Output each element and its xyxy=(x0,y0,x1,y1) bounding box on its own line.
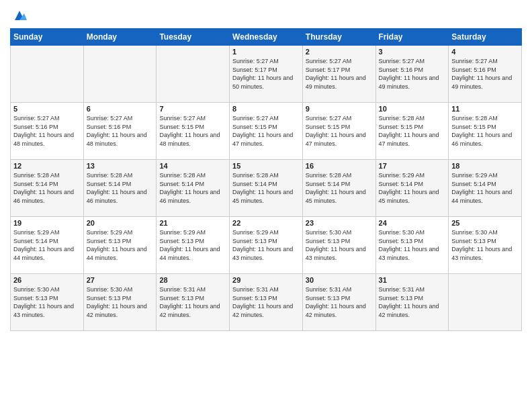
day-number: 2 xyxy=(306,48,373,56)
day-number: 29 xyxy=(232,276,300,284)
cell-info: Sunrise: 5:30 AM Sunset: 5:13 PM Dayligh… xyxy=(87,285,154,319)
calendar-cell: 5Sunrise: 5:27 AM Sunset: 5:16 PM Daylig… xyxy=(11,103,84,160)
cell-info: Sunrise: 5:30 AM Sunset: 5:13 PM Dayligh… xyxy=(379,228,446,262)
cell-info: Sunrise: 5:29 AM Sunset: 5:14 PM Dayligh… xyxy=(451,171,519,205)
calendar-cell: 14Sunrise: 5:28 AM Sunset: 5:14 PM Dayli… xyxy=(157,160,230,217)
header-cell-wednesday: Wednesday xyxy=(230,29,303,46)
calendar-table: SundayMondayTuesdayWednesdayThursdayFrid… xyxy=(10,28,522,331)
day-number: 28 xyxy=(159,276,226,284)
cell-info: Sunrise: 5:29 AM Sunset: 5:13 PM Dayligh… xyxy=(232,228,300,262)
calendar-cell: 30Sunrise: 5:31 AM Sunset: 5:13 PM Dayli… xyxy=(302,274,375,331)
calendar-cell: 26Sunrise: 5:30 AM Sunset: 5:13 PM Dayli… xyxy=(11,274,84,331)
day-number: 1 xyxy=(232,48,300,56)
header-row: SundayMondayTuesdayWednesdayThursdayFrid… xyxy=(11,29,522,46)
day-number: 8 xyxy=(232,105,300,113)
calendar-cell: 10Sunrise: 5:28 AM Sunset: 5:15 PM Dayli… xyxy=(375,103,449,160)
header-cell-monday: Monday xyxy=(83,29,157,46)
calendar-cell: 8Sunrise: 5:27 AM Sunset: 5:15 PM Daylig… xyxy=(230,103,303,160)
day-number: 26 xyxy=(13,276,81,284)
day-number: 4 xyxy=(451,48,519,56)
day-number: 24 xyxy=(379,219,446,227)
day-number: 10 xyxy=(379,105,446,113)
header xyxy=(10,7,522,23)
calendar-cell: 11Sunrise: 5:28 AM Sunset: 5:15 PM Dayli… xyxy=(449,103,522,160)
calendar-cell: 24Sunrise: 5:30 AM Sunset: 5:13 PM Dayli… xyxy=(375,217,449,274)
header-cell-friday: Friday xyxy=(375,29,449,46)
cell-info: Sunrise: 5:29 AM Sunset: 5:13 PM Dayligh… xyxy=(87,228,154,262)
cell-info: Sunrise: 5:27 AM Sunset: 5:17 PM Dayligh… xyxy=(306,57,373,91)
day-number: 15 xyxy=(232,162,300,170)
cell-info: Sunrise: 5:31 AM Sunset: 5:13 PM Dayligh… xyxy=(306,285,373,319)
calendar-cell: 4Sunrise: 5:27 AM Sunset: 5:16 PM Daylig… xyxy=(449,46,522,103)
calendar-cell: 13Sunrise: 5:28 AM Sunset: 5:14 PM Dayli… xyxy=(83,160,157,217)
calendar-cell: 21Sunrise: 5:29 AM Sunset: 5:13 PM Dayli… xyxy=(157,217,230,274)
cell-info: Sunrise: 5:28 AM Sunset: 5:15 PM Dayligh… xyxy=(451,114,519,148)
calendar-cell: 3Sunrise: 5:27 AM Sunset: 5:16 PM Daylig… xyxy=(375,46,449,103)
cell-info: Sunrise: 5:30 AM Sunset: 5:13 PM Dayligh… xyxy=(13,285,81,319)
calendar-cell: 15Sunrise: 5:28 AM Sunset: 5:14 PM Dayli… xyxy=(230,160,303,217)
calendar-week-row: 19Sunrise: 5:29 AM Sunset: 5:14 PM Dayli… xyxy=(11,217,522,274)
cell-info: Sunrise: 5:30 AM Sunset: 5:13 PM Dayligh… xyxy=(306,228,373,262)
cell-info: Sunrise: 5:27 AM Sunset: 5:15 PM Dayligh… xyxy=(232,114,300,148)
day-number: 18 xyxy=(451,162,519,170)
calendar-cell: 7Sunrise: 5:27 AM Sunset: 5:15 PM Daylig… xyxy=(157,103,230,160)
calendar-cell: 17Sunrise: 5:29 AM Sunset: 5:14 PM Dayli… xyxy=(375,160,449,217)
cell-info: Sunrise: 5:31 AM Sunset: 5:13 PM Dayligh… xyxy=(232,285,300,319)
day-number: 13 xyxy=(87,162,154,170)
cell-info: Sunrise: 5:28 AM Sunset: 5:14 PM Dayligh… xyxy=(232,171,300,205)
day-number: 14 xyxy=(159,162,226,170)
cell-info: Sunrise: 5:28 AM Sunset: 5:14 PM Dayligh… xyxy=(159,171,226,205)
calendar-cell: 1Sunrise: 5:27 AM Sunset: 5:17 PM Daylig… xyxy=(230,46,303,103)
calendar-cell: 18Sunrise: 5:29 AM Sunset: 5:14 PM Dayli… xyxy=(449,160,522,217)
cell-info: Sunrise: 5:29 AM Sunset: 5:13 PM Dayligh… xyxy=(159,228,226,262)
cell-info: Sunrise: 5:31 AM Sunset: 5:13 PM Dayligh… xyxy=(379,285,446,319)
calendar-cell: 27Sunrise: 5:30 AM Sunset: 5:13 PM Dayli… xyxy=(83,274,157,331)
cell-info: Sunrise: 5:27 AM Sunset: 5:16 PM Dayligh… xyxy=(87,114,154,148)
cell-info: Sunrise: 5:27 AM Sunset: 5:16 PM Dayligh… xyxy=(13,114,81,148)
cell-info: Sunrise: 5:29 AM Sunset: 5:14 PM Dayligh… xyxy=(13,228,81,262)
calendar-cell xyxy=(11,46,84,103)
calendar-cell: 29Sunrise: 5:31 AM Sunset: 5:13 PM Dayli… xyxy=(230,274,303,331)
day-number: 7 xyxy=(159,105,226,113)
day-number: 22 xyxy=(232,219,300,227)
day-number: 20 xyxy=(87,219,154,227)
logo-icon xyxy=(12,8,27,23)
day-number: 5 xyxy=(13,105,81,113)
cell-info: Sunrise: 5:29 AM Sunset: 5:14 PM Dayligh… xyxy=(379,171,446,205)
day-number: 12 xyxy=(13,162,81,170)
calendar-cell: 20Sunrise: 5:29 AM Sunset: 5:13 PM Dayli… xyxy=(83,217,157,274)
cell-info: Sunrise: 5:27 AM Sunset: 5:16 PM Dayligh… xyxy=(451,57,519,91)
day-number: 31 xyxy=(379,276,446,284)
day-number: 16 xyxy=(306,162,373,170)
day-number: 19 xyxy=(13,219,81,227)
day-number: 11 xyxy=(451,105,519,113)
calendar-cell: 12Sunrise: 5:28 AM Sunset: 5:14 PM Dayli… xyxy=(11,160,84,217)
day-number: 23 xyxy=(306,219,373,227)
cell-info: Sunrise: 5:28 AM Sunset: 5:15 PM Dayligh… xyxy=(379,114,446,148)
day-number: 17 xyxy=(379,162,446,170)
cell-info: Sunrise: 5:27 AM Sunset: 5:16 PM Dayligh… xyxy=(379,57,446,91)
calendar-cell: 28Sunrise: 5:31 AM Sunset: 5:13 PM Dayli… xyxy=(157,274,230,331)
cell-info: Sunrise: 5:30 AM Sunset: 5:13 PM Dayligh… xyxy=(451,228,519,262)
day-number: 6 xyxy=(87,105,154,113)
calendar-cell xyxy=(83,46,157,103)
calendar-week-row: 12Sunrise: 5:28 AM Sunset: 5:14 PM Dayli… xyxy=(11,160,522,217)
calendar-cell: 19Sunrise: 5:29 AM Sunset: 5:14 PM Dayli… xyxy=(11,217,84,274)
cell-info: Sunrise: 5:27 AM Sunset: 5:15 PM Dayligh… xyxy=(306,114,373,148)
calendar-cell: 9Sunrise: 5:27 AM Sunset: 5:15 PM Daylig… xyxy=(302,103,375,160)
cell-info: Sunrise: 5:27 AM Sunset: 5:15 PM Dayligh… xyxy=(159,114,226,148)
header-cell-saturday: Saturday xyxy=(449,29,522,46)
cell-info: Sunrise: 5:31 AM Sunset: 5:13 PM Dayligh… xyxy=(159,285,226,319)
calendar-week-row: 26Sunrise: 5:30 AM Sunset: 5:13 PM Dayli… xyxy=(11,274,522,331)
calendar-week-row: 1Sunrise: 5:27 AM Sunset: 5:17 PM Daylig… xyxy=(11,46,522,103)
header-cell-tuesday: Tuesday xyxy=(157,29,230,46)
calendar-cell: 6Sunrise: 5:27 AM Sunset: 5:16 PM Daylig… xyxy=(83,103,157,160)
cell-info: Sunrise: 5:28 AM Sunset: 5:14 PM Dayligh… xyxy=(306,171,373,205)
day-number: 21 xyxy=(159,219,226,227)
header-cell-thursday: Thursday xyxy=(302,29,375,46)
logo xyxy=(10,9,27,23)
calendar-cell: 2Sunrise: 5:27 AM Sunset: 5:17 PM Daylig… xyxy=(302,46,375,103)
calendar-week-row: 5Sunrise: 5:27 AM Sunset: 5:16 PM Daylig… xyxy=(11,103,522,160)
day-number: 27 xyxy=(87,276,154,284)
day-number: 30 xyxy=(306,276,373,284)
